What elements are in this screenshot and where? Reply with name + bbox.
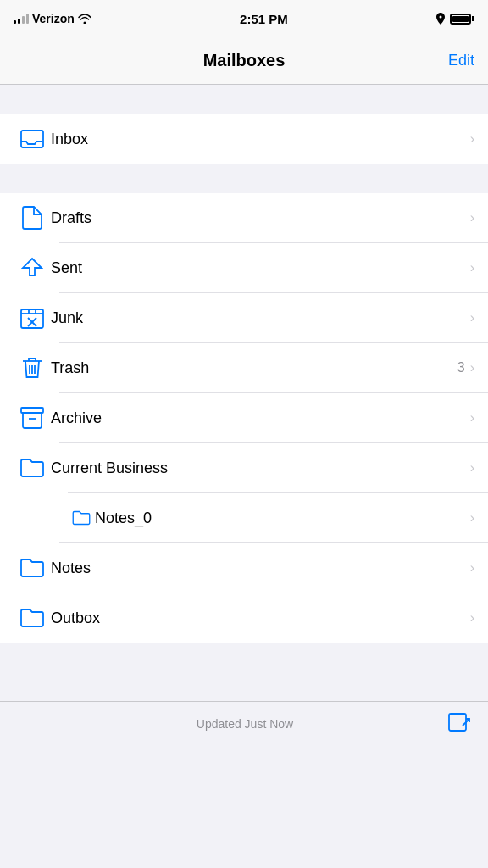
- svg-rect-11: [21, 408, 43, 413]
- folder-icon-small: [68, 510, 95, 526]
- svg-rect-0: [21, 131, 43, 147]
- status-bar: Verizon 2:51 PM: [0, 0, 488, 37]
- svg-rect-1: [21, 309, 43, 328]
- chevron-icon: ›: [470, 260, 474, 275]
- section-separator-top: [0, 85, 488, 114]
- chevron-icon: ›: [470, 131, 474, 147]
- trash-label: Trash: [51, 359, 458, 377]
- chevron-icon: ›: [470, 560, 474, 576]
- mailbox-item-drafts[interactable]: Drafts ›: [0, 193, 488, 242]
- folder-icon: [14, 558, 51, 578]
- drafts-icon: [14, 206, 51, 230]
- mailboxes-section: Drafts › Sent › Junk ›: [0, 193, 488, 643]
- folder-icon: [14, 608, 51, 628]
- chevron-icon: ›: [470, 510, 474, 526]
- trash-badge: 3: [458, 360, 465, 376]
- inbox-icon: [14, 130, 51, 148]
- status-right: [436, 13, 474, 25]
- current-business-label: Current Business: [51, 459, 470, 477]
- mailbox-item-sent[interactable]: Sent ›: [0, 243, 488, 292]
- chevron-icon: ›: [470, 410, 474, 426]
- chevron-icon: ›: [470, 310, 474, 326]
- compose-button[interactable]: [447, 712, 471, 736]
- footer: Updated Just Now: [0, 643, 488, 753]
- edit-button[interactable]: Edit: [437, 52, 474, 70]
- nav-bar: Mailboxes Edit: [0, 37, 488, 85]
- chevron-icon: ›: [470, 360, 474, 376]
- signal-bars-icon: [14, 14, 29, 24]
- inbox-label: Inbox: [51, 131, 470, 148]
- svg-rect-13: [449, 714, 466, 731]
- wifi-icon: [78, 14, 92, 24]
- notes-0-label: Notes_0: [95, 509, 470, 527]
- drafts-label: Drafts: [51, 209, 470, 227]
- section-separator-2: [0, 164, 488, 193]
- archive-icon: [14, 407, 51, 429]
- mailbox-item-outbox[interactable]: Outbox ›: [0, 593, 488, 643]
- chevron-icon: ›: [470, 460, 474, 476]
- trash-icon: [14, 356, 51, 380]
- chevron-icon: ›: [470, 210, 474, 225]
- location-icon: [436, 13, 445, 25]
- mailbox-item-junk[interactable]: Junk ›: [0, 293, 488, 342]
- mailbox-item-inbox[interactable]: Inbox ›: [0, 114, 488, 164]
- chevron-icon: ›: [470, 610, 474, 626]
- junk-label: Junk: [51, 309, 470, 327]
- sent-label: Sent: [51, 259, 470, 277]
- mailbox-item-notes-0[interactable]: Notes_0 ›: [0, 493, 488, 542]
- outbox-label: Outbox: [51, 609, 470, 627]
- footer-bar: Updated Just Now: [0, 701, 488, 736]
- mailbox-item-trash[interactable]: Trash 3 ›: [0, 343, 488, 392]
- carrier-name: Verizon: [32, 12, 75, 25]
- sent-icon: [14, 257, 51, 279]
- footer-updated-text: Updated Just Now: [42, 717, 447, 731]
- mailbox-item-archive[interactable]: Archive ›: [0, 393, 488, 442]
- mailbox-item-current-business[interactable]: Current Business ›: [0, 443, 488, 492]
- archive-label: Archive: [51, 409, 470, 427]
- status-time: 2:51 PM: [240, 12, 288, 26]
- mailbox-item-notes[interactable]: Notes ›: [0, 543, 488, 593]
- folder-icon: [14, 458, 51, 478]
- inbox-section: Inbox ›: [0, 114, 488, 164]
- page-title: Mailboxes: [51, 51, 437, 70]
- battery-icon: [450, 14, 474, 25]
- notes-label: Notes: [51, 559, 470, 577]
- junk-icon: [14, 307, 51, 329]
- status-left: Verizon: [14, 12, 92, 25]
